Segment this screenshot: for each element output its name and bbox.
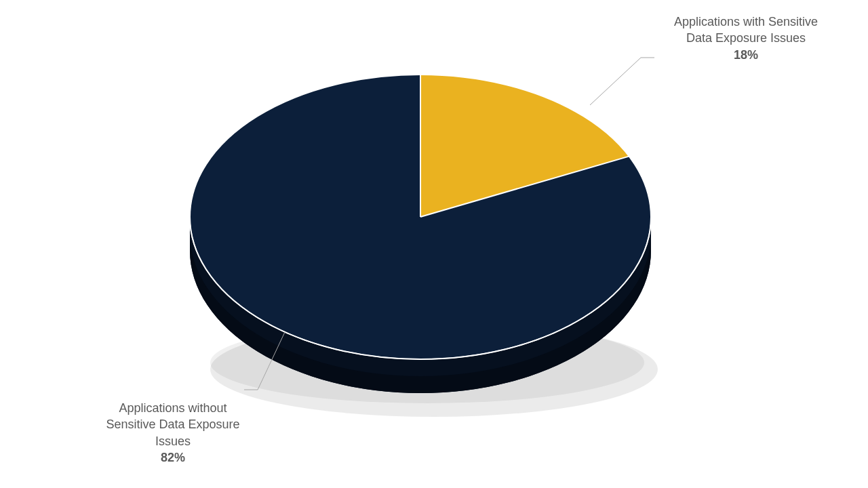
- label-text: Applications without: [119, 401, 226, 415]
- pie-chart-3d: Applications with Sensitive Data Exposur…: [0, 0, 868, 488]
- label-text: Sensitive Data Exposure: [106, 418, 239, 431]
- label-text: Data Exposure Issues: [686, 31, 806, 45]
- slice-label-with-issues: Applications with Sensitive Data Exposur…: [654, 14, 837, 63]
- label-percent: 82%: [95, 449, 251, 466]
- label-text: Issues: [155, 434, 191, 448]
- slice-label-without-issues: Applications without Sensitive Data Expo…: [95, 400, 251, 466]
- label-text: Applications with Sensitive: [674, 15, 818, 28]
- label-percent: 18%: [654, 47, 837, 63]
